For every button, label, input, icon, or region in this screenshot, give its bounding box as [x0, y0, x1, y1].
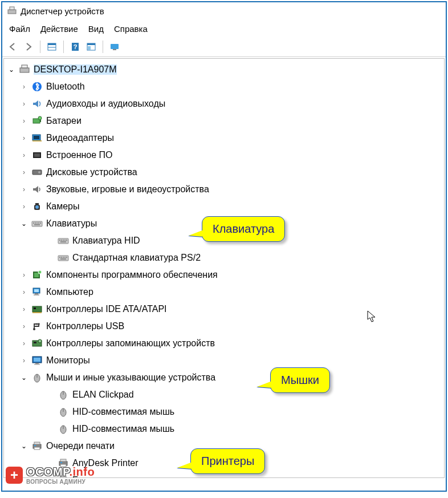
svg-rect-27 [35, 203, 39, 205]
expander-closed-icon[interactable]: › [20, 151, 28, 159]
watermark-tagline: ВОПРОСЫ АДМИНУ [26, 479, 95, 485]
forward-button[interactable] [22, 41, 35, 53]
menu-file[interactable]: Файл [9, 24, 30, 34]
expander-closed-icon[interactable]: › [20, 305, 28, 313]
component-icon [31, 270, 43, 280]
ide-icon [31, 304, 43, 314]
expander-closed-icon[interactable]: › [20, 83, 28, 91]
callout-keyboard: Клавиатура [202, 216, 285, 242]
usb-icon [31, 321, 43, 331]
expander-closed-icon[interactable]: › [20, 271, 28, 279]
tree-category[interactable]: ›Дисковые устройства [4, 164, 444, 181]
tree-category[interactable]: ⌄Мыши и иные указывающие устройства [4, 369, 444, 386]
tree-device[interactable]: Стандартная клавиатура PS/2 [4, 249, 444, 266]
svg-rect-57 [34, 307, 36, 309]
svg-rect-9 [88, 46, 91, 50]
svg-rect-10 [111, 44, 119, 49]
tree-category[interactable]: ›Звуковые, игровые и видеоустройства [4, 181, 444, 198]
svg-rect-58 [32, 312, 42, 313]
expander-closed-icon[interactable]: › [20, 203, 28, 210]
svg-rect-45 [63, 257, 64, 258]
expander-open-icon[interactable]: ⌄ [20, 442, 28, 450]
svg-rect-67 [35, 363, 39, 364]
scan-hardware-button[interactable] [108, 41, 121, 53]
back-button[interactable] [6, 41, 19, 53]
titlebar: Диспетчер устройств [2, 2, 446, 19]
tree-category[interactable]: ›Мониторы [4, 352, 444, 369]
svg-rect-61 [38, 323, 40, 325]
tree-category[interactable]: ›Видеоадаптеры [4, 129, 444, 147]
svg-rect-13 [22, 65, 27, 68]
svg-rect-30 [35, 222, 36, 224]
tree-category-label: Видеоадаптеры [46, 133, 114, 143]
computer-root-icon [19, 64, 30, 75]
tree-category[interactable]: ›Контроллеры запоминающих устройств [4, 335, 444, 352]
tree-category-label: Контроллеры IDE ATA/ATAPI [46, 304, 167, 314]
tree-device[interactable]: HID-совместимая мышь [4, 420, 444, 438]
expander-closed-icon[interactable]: › [20, 339, 28, 347]
mouse-icon [58, 424, 69, 434]
tree-category[interactable]: ›Контроллеры USB [4, 318, 444, 335]
tree-category[interactable]: ›Контроллеры IDE ATA/ATAPI [4, 301, 444, 318]
tree-category[interactable]: ›Компоненты программного обеспечения [4, 266, 444, 284]
svg-rect-28 [32, 221, 42, 226]
tree-category[interactable]: ›Аудиовходы и аудиовыходы [4, 95, 444, 112]
help-button[interactable]: ? [68, 41, 82, 53]
tree-category-label: Аудиовходы и аудиовыходы [46, 99, 165, 109]
expander-closed-icon[interactable]: › [20, 168, 28, 176]
tree-device-label: Стандартная клавиатура PS/2 [72, 253, 201, 263]
tree-category[interactable]: ›Компьютер [4, 284, 444, 301]
bluetooth-icon [31, 82, 43, 92]
expander-none [46, 237, 54, 245]
cursor-icon [367, 310, 376, 323]
svg-rect-3 [48, 43, 56, 45]
watermark-brand: OCOMP [26, 465, 69, 478]
toolbar: ? [2, 39, 446, 57]
menu-action[interactable]: Действие [40, 24, 78, 34]
callout-keyboard-text: Клавиатура [213, 222, 274, 235]
tree-category[interactable]: ›Bluetooth [4, 78, 444, 95]
toolbar-separator [40, 41, 40, 53]
expander-closed-icon[interactable]: › [20, 100, 28, 108]
svg-rect-8 [87, 43, 95, 45]
expander-closed-icon[interactable]: › [20, 117, 28, 125]
printer-icon [31, 441, 43, 451]
toolbar-separator [63, 41, 64, 53]
svg-point-64 [38, 339, 42, 343]
tree-category-label: Контроллеры USB [46, 321, 124, 331]
battery-icon [31, 116, 43, 126]
tree-category[interactable]: ›Батареи [4, 112, 444, 129]
tree-category-label: Дисковые устройства [46, 167, 137, 177]
device-tree[interactable]: ⌄DESKTOP-I1A907M›Bluetooth›Аудиовходы и … [3, 58, 445, 478]
tree-category-label: Клавиатуры [46, 218, 97, 229]
svg-rect-11 [113, 49, 116, 50]
tree-device[interactable]: HID-совместимая мышь [4, 403, 444, 420]
svg-rect-84 [60, 462, 62, 463]
properties-button[interactable] [84, 41, 98, 53]
menu-help[interactable]: Справка [114, 24, 148, 34]
tree-root-node[interactable]: ⌄DESKTOP-I1A907M [4, 61, 444, 78]
tree-device[interactable]: ELAN Clickpad [4, 386, 444, 403]
expander-closed-icon[interactable]: › [20, 357, 28, 365]
tree-category[interactable]: ›Встроенное ПО [4, 147, 444, 164]
expander-open-icon[interactable]: ⌄ [7, 66, 15, 74]
expander-closed-icon[interactable]: › [20, 288, 28, 296]
keyboard-icon [31, 218, 43, 229]
svg-rect-43 [59, 257, 60, 258]
show-hide-tree-button[interactable] [45, 41, 59, 53]
expander-closed-icon[interactable]: › [20, 134, 28, 142]
expander-closed-icon[interactable]: › [20, 185, 28, 193]
tree-category-label: Встроенное ПО [46, 150, 113, 160]
firmware-icon [31, 150, 43, 160]
expander-none [46, 391, 54, 399]
svg-point-51 [38, 270, 42, 274]
tree-category[interactable]: ›Камеры [4, 198, 444, 215]
svg-rect-63 [34, 342, 36, 343]
expander-closed-icon[interactable]: › [20, 322, 28, 330]
svg-rect-39 [64, 240, 66, 241]
tree-device-label: Клавиатура HID [72, 236, 140, 246]
menu-view[interactable]: Вид [88, 24, 104, 34]
expander-open-icon[interactable]: ⌄ [20, 374, 28, 382]
expander-open-icon[interactable]: ⌄ [20, 220, 28, 228]
tree-device-label: ELAN Clickpad [72, 390, 134, 400]
